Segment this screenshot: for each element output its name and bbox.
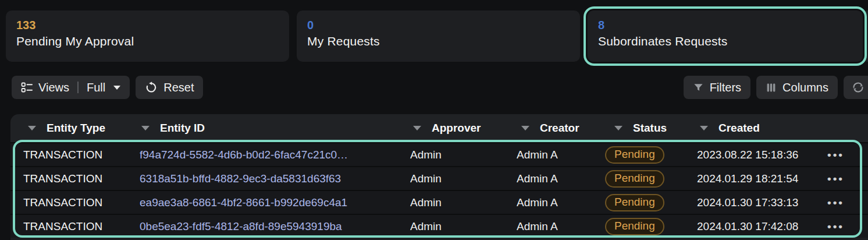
summary-cards-row: 133 Pending My Approval 0 My Requests 8 … — [6, 10, 863, 62]
cell-creator: Admin A — [517, 220, 605, 233]
filters-button[interactable]: Filters — [684, 76, 750, 99]
table-body: TRANSACTION f94a724d-5582-4d6b-b0d2-6fac… — [10, 142, 868, 238]
column-label: Approver — [432, 122, 481, 135]
status-badge: Pending — [605, 218, 664, 235]
card-count: 8 — [598, 18, 852, 33]
table-row[interactable]: TRANSACTION f94a724d-5582-4d6b-b0d2-6fac… — [10, 142, 868, 166]
row-actions-menu-button[interactable]: ••• — [825, 196, 868, 209]
cell-creator: Admin A — [517, 172, 605, 185]
column-label: Entity Type — [47, 122, 105, 135]
table-row[interactable]: TRANSACTION 6318a51b-bffd-4882-9ec3-da58… — [10, 166, 868, 190]
approvals-page: { "summary_cards": [ { "count": "133", "… — [0, 0, 868, 240]
funnel-icon — [693, 82, 704, 93]
column-menu-caret-icon[interactable] — [521, 126, 529, 130]
next-row-sliver — [10, 238, 868, 240]
column-label: Created — [718, 122, 760, 135]
column-header-entity-type[interactable]: Entity Type — [10, 114, 140, 142]
views-label: Views — [38, 81, 69, 94]
toolbar-left-group: Views Full Reset — [12, 76, 203, 99]
row-actions-menu-button[interactable]: ••• — [825, 149, 868, 161]
column-header-entity-id[interactable]: Entity ID — [140, 114, 410, 142]
card-subordinates-requests[interactable]: 8 Subordinates Requests — [588, 10, 863, 62]
table-row[interactable]: TRANSACTION 0be5ea23-fdf5-4812-a8fd-89e5… — [10, 214, 868, 238]
cell-approver: Admin — [410, 149, 517, 161]
row-actions-menu-button[interactable]: ••• — [825, 172, 868, 185]
table-header-row: Entity Type Entity ID Approver Creator S… — [10, 114, 868, 142]
cell-entity-type: TRANSACTION — [10, 220, 140, 233]
column-header-status[interactable]: Status — [605, 114, 697, 142]
table-row[interactable]: TRANSACTION ea9ae3a8-6861-4bf2-8661-b992… — [10, 190, 868, 214]
cell-status: Pending — [605, 146, 697, 164]
toolbar-right-group: Filters Columns — [684, 76, 868, 99]
next-card-sliver — [865, 10, 868, 62]
cell-created: 2024.01.29 18:21:54 — [697, 172, 825, 185]
column-menu-caret-icon[interactable] — [28, 126, 36, 130]
cell-approver: Admin — [410, 220, 517, 233]
cell-entity-id-link[interactable]: ea9ae3a8-6861-4bf2-8661-b992de69c4a1 — [140, 196, 410, 209]
cell-created: 2023.08.22 15:18:36 — [697, 149, 825, 161]
columns-label: Columns — [782, 81, 828, 94]
column-label: Entity ID — [160, 122, 205, 135]
refresh-button[interactable] — [844, 76, 868, 99]
chevron-down-icon — [113, 86, 120, 90]
column-header-approver[interactable]: Approver — [410, 114, 517, 142]
cell-entity-type: TRANSACTION — [10, 196, 140, 209]
cell-entity-id-link[interactable]: 6318a51b-bffd-4882-9ec3-da5831d63f63 — [140, 172, 410, 185]
column-header-creator[interactable]: Creator — [517, 114, 605, 142]
column-header-created[interactable]: Created — [697, 114, 825, 142]
cell-status: Pending — [605, 194, 697, 211]
card-count: 133 — [16, 18, 279, 33]
list-views-icon — [21, 82, 33, 93]
cell-creator: Admin A — [517, 196, 605, 209]
reset-label: Reset — [163, 81, 194, 94]
cell-entity-id-link[interactable]: f94a724d-5582-4d6b-b0d2-6fac47c21c0… — [140, 149, 410, 161]
cell-status: Pending — [605, 170, 697, 188]
column-label: Creator — [540, 122, 579, 135]
column-menu-caret-icon[interactable] — [700, 126, 708, 130]
cell-approver: Admin — [410, 172, 517, 185]
status-badge: Pending — [605, 146, 664, 164]
reset-button[interactable]: Reset — [136, 76, 203, 99]
refresh-icon — [851, 80, 865, 94]
columns-icon — [766, 82, 777, 93]
column-menu-caret-icon[interactable] — [614, 126, 622, 130]
card-count: 0 — [307, 18, 570, 33]
column-label: Status — [633, 122, 667, 135]
card-label: Pending My Approval — [16, 34, 279, 48]
card-label: My Requests — [307, 34, 570, 48]
cell-status: Pending — [605, 218, 697, 235]
table-toolbar: Views Full Reset Filters — [12, 76, 868, 99]
column-menu-caret-icon[interactable] — [141, 126, 150, 130]
column-header-actions — [825, 114, 868, 142]
undo-icon — [145, 81, 158, 94]
card-my-requests[interactable]: 0 My Requests — [297, 10, 580, 62]
cell-entity-type: TRANSACTION — [10, 172, 140, 185]
cell-creator: Admin A — [517, 149, 605, 161]
status-badge: Pending — [605, 194, 664, 211]
card-pending-my-approval[interactable]: 133 Pending My Approval — [6, 10, 289, 62]
filters-label: Filters — [710, 81, 741, 94]
columns-button[interactable]: Columns — [756, 76, 838, 99]
column-menu-caret-icon[interactable] — [413, 126, 421, 130]
views-button[interactable]: Views Full — [12, 76, 130, 99]
row-actions-menu-button[interactable]: ••• — [825, 220, 868, 233]
cell-created: 2024.01.30 17:33:13 — [697, 196, 825, 209]
views-selected-value: Full — [87, 81, 105, 94]
cell-approver: Admin — [410, 196, 517, 209]
requests-table: Entity Type Entity ID Approver Creator S… — [10, 114, 868, 238]
cell-entity-id-link[interactable]: 0be5ea23-fdf5-4812-a8fd-89e5943919ba — [140, 220, 410, 233]
status-badge: Pending — [605, 170, 664, 188]
views-divider — [77, 82, 79, 93]
card-label: Subordinates Requests — [598, 34, 852, 48]
cell-entity-type: TRANSACTION — [10, 149, 140, 161]
cell-created: 2024.01.30 17:42:08 — [697, 220, 825, 233]
